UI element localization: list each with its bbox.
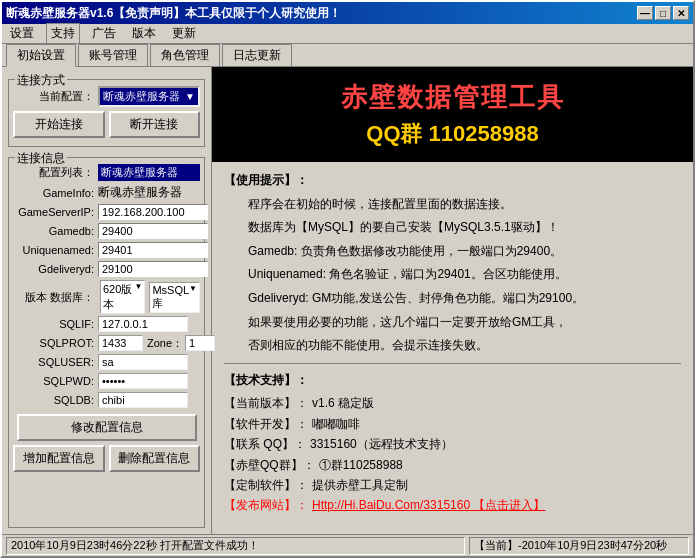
divider xyxy=(224,363,681,364)
sqldb-input[interactable] xyxy=(98,392,188,408)
ts-row-5: 【发布网站】： Http://Hi.BaiDu.Com/3315160 【点击进… xyxy=(224,495,681,515)
status-bar: 2010年10月9日23时46分22秒 打开配置文件成功！ 【当前】-2010年… xyxy=(2,534,693,556)
current-config-row: 当前配置： 断魂赤壁服务器 ▼ xyxy=(13,86,200,107)
usage-line-0: 程序会在初始的时候，连接配置里面的数据连接。 xyxy=(224,194,681,216)
zone-label: Zone： xyxy=(147,336,183,351)
usage-line-5: 如果要使用必要的功能，这几个端口一定要开放给GM工具， xyxy=(224,312,681,334)
left-panel: 连接方式 当前配置： 断魂赤壁服务器 ▼ 开始连接 断开连接 连接信息 配置 xyxy=(2,67,212,534)
ts-label-5: 【发布网站】： xyxy=(224,495,308,515)
maximize-button[interactable]: □ xyxy=(655,6,671,20)
start-connect-button[interactable]: 开始连接 xyxy=(13,111,105,138)
connect-buttons: 开始连接 断开连接 xyxy=(13,111,200,138)
version-label: 版本 数据库： xyxy=(13,290,98,305)
menu-update[interactable]: 更新 xyxy=(168,24,200,43)
sqlip-label: SQLIF: xyxy=(13,318,98,330)
close-button[interactable]: ✕ xyxy=(673,6,689,20)
menu-ads[interactable]: 广告 xyxy=(88,24,120,43)
gameinfo-row: GameInfo: 断魂赤壁服务器 xyxy=(13,184,200,201)
usage-line-4: Gdeliveryd: GM功能,发送公告、封停角色功能。端口为29100。 xyxy=(224,288,681,310)
title-bar: 断魂赤壁服务器v1.6【免责声明】本工具仅限于个人研究使用！ — □ ✕ xyxy=(2,2,693,24)
sqluser-row: SQLUSER: xyxy=(13,354,200,370)
tab-log-update[interactable]: 日志更新 xyxy=(222,44,292,66)
config-list-value: 断魂赤壁服务器 xyxy=(98,164,200,181)
ts-value-2: 3315160（远程技术支持） xyxy=(310,434,453,454)
ts-label-0: 【当前版本】： xyxy=(224,393,308,413)
db-type-select[interactable]: MsSQL库 ▼ xyxy=(149,282,200,313)
sqlpwd-input[interactable] xyxy=(98,373,188,389)
sqluser-label: SQLUSER: xyxy=(13,356,98,368)
usage-line-6: 否则相应的功能不能使用。会提示连接失败。 xyxy=(224,335,681,357)
modify-config-button[interactable]: 修改配置信息 xyxy=(17,414,197,441)
delete-config-button[interactable]: 删除配置信息 xyxy=(109,445,201,472)
ts-label-3: 【赤壁QQ群】： xyxy=(224,455,315,475)
sqlprot-input[interactable] xyxy=(98,335,143,351)
sqldb-row: SQLDB: xyxy=(13,392,200,408)
status-right-text: 【当前】-2010年10月9日23时47分20秒 xyxy=(474,538,667,553)
uniquenamed-label: Uniquenamed: xyxy=(13,244,98,256)
menu-version[interactable]: 版本 xyxy=(128,24,160,43)
minimize-button[interactable]: — xyxy=(637,6,653,20)
tab-role-mgmt[interactable]: 角色管理 xyxy=(150,44,220,66)
banner: 赤壁数据管理工具 QQ群 110258988 xyxy=(212,67,693,162)
usage-line-1: 数据库为【MySQL】的要自己安装【MySQL3.5.1驱动】！ xyxy=(224,217,681,239)
config-select-value: 断魂赤壁服务器 xyxy=(103,89,180,104)
ts-value-5[interactable]: Http://Hi.BaiDu.Com/3315160 【点击进入】 xyxy=(312,495,545,515)
bottom-buttons: 增加配置信息 删除配置信息 xyxy=(13,445,200,472)
status-left-text: 2010年10月9日23时46分22秒 打开配置文件成功！ xyxy=(11,538,259,553)
ts-label-2: 【联系 QQ】： xyxy=(224,434,306,454)
uniquenamed-row: Uniquenamed: xyxy=(13,242,200,258)
banner-title: 赤壁数据管理工具 xyxy=(341,80,565,115)
usage-line-2: Gamedb: 负责角色数据修改功能使用，一般端口为29400。 xyxy=(224,241,681,263)
gdeliveryd-input[interactable] xyxy=(98,261,208,277)
config-list-label: 配置列表： xyxy=(13,165,98,180)
ts-row-1: 【软件开发】： 嘟嘟咖啡 xyxy=(224,414,681,434)
sqlprot-label: SQLPROT: xyxy=(13,337,98,349)
gameserverip-label: GameServerIP: xyxy=(13,206,98,218)
gameinfo-label: GameInfo: xyxy=(13,187,98,199)
banner-qq: QQ群 110258988 xyxy=(366,119,538,149)
connection-info-label: 连接信息 xyxy=(15,150,67,167)
current-config-label: 当前配置： xyxy=(13,89,98,104)
zone-input[interactable] xyxy=(185,335,215,351)
menu-support[interactable]: 支持 xyxy=(46,23,80,44)
stop-connect-button[interactable]: 断开连接 xyxy=(109,111,201,138)
version-select[interactable]: 620版本 ▼ xyxy=(100,280,145,314)
gameserverip-row: GameServerIP: xyxy=(13,204,200,220)
ts-label-4: 【定制软件】： xyxy=(224,475,308,495)
sqlip-input[interactable] xyxy=(98,316,188,332)
db-type-arrow: ▼ xyxy=(189,284,197,311)
menu-bar: 设置 支持 广告 版本 更新 xyxy=(2,24,693,44)
main-window: 断魂赤壁服务器v1.6【免责声明】本工具仅限于个人研究使用！ — □ ✕ 设置 … xyxy=(0,0,695,558)
ts-value-0: v1.6 稳定版 xyxy=(312,393,374,413)
gameserverip-input[interactable] xyxy=(98,204,208,220)
window-title: 断魂赤壁服务器v1.6【免责声明】本工具仅限于个人研究使用！ xyxy=(6,5,341,22)
sqlpwd-row: SQLPWD: xyxy=(13,373,200,389)
ts-row-3: 【赤壁QQ群】： ①群110258988 xyxy=(224,455,681,475)
title-controls: — □ ✕ xyxy=(637,6,689,20)
db-type-value: MsSQL库 xyxy=(152,284,189,311)
version-value: 620版本 xyxy=(103,282,134,312)
ts-value-4: 提供赤壁工具定制 xyxy=(312,475,408,495)
gamedb-label: Gamedb: xyxy=(13,225,98,237)
ts-row-4: 【定制软件】： 提供赤壁工具定制 xyxy=(224,475,681,495)
tech-title: 【技术支持】： xyxy=(224,370,681,392)
add-config-button[interactable]: 增加配置信息 xyxy=(13,445,105,472)
ts-value-3: ①群110258988 xyxy=(319,455,403,475)
sqldb-label: SQLDB: xyxy=(13,394,98,406)
gdeliveryd-label: Gdeliveryd: xyxy=(13,263,98,275)
gamedb-input[interactable] xyxy=(98,223,208,239)
config-select-dropdown[interactable]: 断魂赤壁服务器 ▼ xyxy=(98,86,200,107)
status-right: 【当前】-2010年10月9日23时47分20秒 xyxy=(469,537,689,555)
sqluser-input[interactable] xyxy=(98,354,188,370)
ts-label-1: 【软件开发】： xyxy=(224,414,308,434)
tab-account-mgmt[interactable]: 账号管理 xyxy=(78,44,148,66)
tab-initial-setup[interactable]: 初始设置 xyxy=(6,44,76,67)
uniquenamed-input[interactable] xyxy=(98,242,208,258)
tab-bar: 初始设置 账号管理 角色管理 日志更新 xyxy=(2,44,693,66)
menu-settings[interactable]: 设置 xyxy=(6,24,38,43)
ts-row-0: 【当前版本】： v1.6 稳定版 xyxy=(224,393,681,413)
sqlpwd-label: SQLPWD: xyxy=(13,375,98,387)
tech-support: 【当前版本】： v1.6 稳定版 【软件开发】： 嘟嘟咖啡 【联系 QQ】： 3… xyxy=(224,393,681,515)
sqlip-row: SQLIF: xyxy=(13,316,200,332)
content-area: 连接方式 当前配置： 断魂赤壁服务器 ▼ 开始连接 断开连接 连接信息 配置 xyxy=(2,66,693,534)
